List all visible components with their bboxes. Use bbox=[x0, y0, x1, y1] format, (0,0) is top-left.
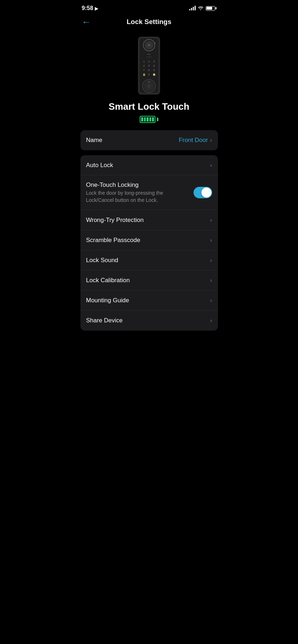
lock-calibration-chevron-icon: › bbox=[210, 277, 212, 284]
scramble-passcode-row[interactable]: Scramble Passcode › bbox=[80, 230, 218, 250]
back-button[interactable]: ← bbox=[82, 17, 91, 27]
battery-level-indicator bbox=[140, 116, 158, 123]
device-name: Smart Lock Touch bbox=[109, 101, 190, 112]
name-row[interactable]: Name Front Door › bbox=[80, 130, 218, 150]
signal-icon bbox=[189, 6, 196, 10]
one-touch-sublabel: Lock the door by long-pressing the Lock/… bbox=[86, 190, 176, 204]
battery-icon bbox=[206, 6, 216, 11]
status-time: 9:58 ▶ bbox=[82, 5, 98, 11]
status-bar: 9:58 ▶ bbox=[75, 0, 224, 14]
lock-calibration-label: Lock Calibration bbox=[86, 277, 210, 284]
share-device-chevron-icon: › bbox=[210, 317, 212, 324]
svg-point-5 bbox=[154, 42, 155, 44]
lock-device-image: eufy security 1 2 3 4 5 6 7 8 9 🔒 0 🏠 bbox=[135, 35, 163, 96]
wrong-try-row[interactable]: Wrong-Try Protection › bbox=[80, 210, 218, 230]
mounting-guide-label: Mounting Guide bbox=[86, 297, 210, 304]
svg-text:8: 8 bbox=[148, 69, 150, 71]
svg-point-4 bbox=[148, 44, 150, 46]
one-touch-label: One-Touch Locking bbox=[86, 181, 194, 189]
one-touch-row[interactable]: One-Touch Locking Lock the door by long-… bbox=[80, 175, 218, 210]
battery-tip-large bbox=[157, 118, 158, 121]
toggle-knob bbox=[201, 188, 211, 198]
scramble-passcode-label: Scramble Passcode bbox=[86, 237, 210, 244]
mounting-guide-row[interactable]: Mounting Guide › bbox=[80, 290, 218, 311]
name-section: Name Front Door › bbox=[80, 130, 218, 150]
name-chevron-icon: › bbox=[210, 137, 212, 143]
auto-lock-label: Auto Lock bbox=[86, 162, 210, 169]
name-row-right: Front Door › bbox=[179, 137, 212, 144]
battery-fill-large bbox=[141, 117, 154, 122]
lock-sound-label: Lock Sound bbox=[86, 257, 210, 264]
svg-text:1: 1 bbox=[143, 60, 145, 63]
page-title: Lock Settings bbox=[127, 18, 172, 26]
svg-text:0: 0 bbox=[148, 73, 150, 76]
svg-text:4: 4 bbox=[143, 65, 145, 67]
name-value: Front Door bbox=[179, 137, 208, 144]
one-touch-toggle[interactable] bbox=[194, 187, 212, 198]
name-label: Name bbox=[86, 137, 102, 144]
svg-point-22 bbox=[148, 81, 150, 82]
battery-body-large bbox=[140, 116, 155, 123]
mounting-guide-chevron-icon: › bbox=[210, 297, 212, 304]
svg-text:9: 9 bbox=[153, 69, 155, 71]
share-device-row[interactable]: Share Device › bbox=[80, 311, 218, 331]
scramble-passcode-chevron-icon: › bbox=[210, 237, 212, 243]
svg-text:security: security bbox=[146, 56, 152, 58]
settings-group: Auto Lock › One-Touch Locking Lock the d… bbox=[80, 155, 218, 331]
svg-text:6: 6 bbox=[153, 65, 155, 67]
svg-text:5: 5 bbox=[148, 65, 150, 67]
lock-calibration-row[interactable]: Lock Calibration › bbox=[80, 270, 218, 290]
svg-text:🔒: 🔒 bbox=[143, 73, 146, 76]
svg-text:eufy: eufy bbox=[147, 53, 151, 55]
lock-sound-chevron-icon: › bbox=[210, 257, 212, 264]
auto-lock-row[interactable]: Auto Lock › bbox=[80, 155, 218, 175]
wrong-try-label: Wrong-Try Protection bbox=[86, 217, 210, 224]
header: ← Lock Settings bbox=[75, 14, 224, 32]
status-icons bbox=[189, 6, 216, 11]
wrong-try-chevron-icon: › bbox=[210, 217, 212, 223]
svg-text:2: 2 bbox=[148, 60, 150, 63]
share-device-label: Share Device bbox=[86, 317, 210, 324]
svg-text:7: 7 bbox=[143, 69, 145, 71]
svg-text:🏠: 🏠 bbox=[153, 73, 156, 76]
wifi-icon bbox=[198, 6, 204, 11]
svg-text:3: 3 bbox=[153, 60, 155, 63]
device-section: eufy security 1 2 3 4 5 6 7 8 9 🔒 0 🏠 Sm… bbox=[75, 32, 224, 130]
auto-lock-chevron-icon: › bbox=[210, 162, 212, 169]
svg-point-23 bbox=[147, 84, 151, 88]
lock-sound-row[interactable]: Lock Sound › bbox=[80, 250, 218, 270]
